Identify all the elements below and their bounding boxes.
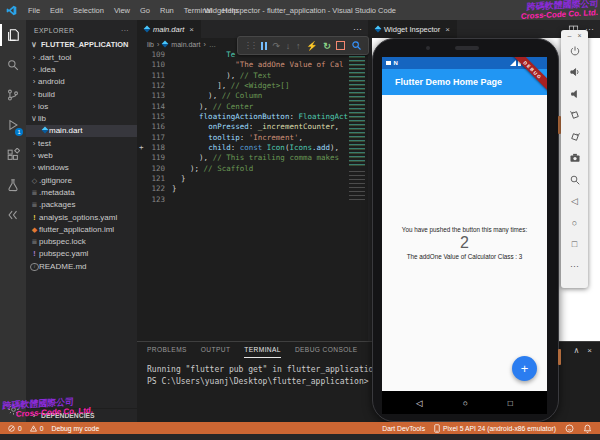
tree-item-pubspec-yaml[interactable]: !pubspec.yaml [26,248,137,260]
tree-item-ios[interactable]: ›ios [26,100,137,112]
errors-status[interactable]: 0 [8,425,22,432]
stop-icon[interactable] [336,41,345,50]
close-tab-icon[interactable]: × [445,25,450,34]
menu-selection[interactable]: Selection [68,4,109,17]
code-editor[interactable]: 109 Te110 "The addOne Value of Cal111 ),… [137,50,368,341]
maximize-panel-icon[interactable]: ∧ [573,346,579,355]
menu-file[interactable]: File [23,4,45,17]
code-line-123[interactable]: 123 [137,195,368,205]
code-line-110[interactable]: 110 "The addOne Value of Cal [137,60,368,70]
code-line-118[interactable]: 118+ child: const Icon(Icons.add), [137,143,368,153]
tree-item-analysis-options-yaml[interactable]: !analysis_options.yaml [26,211,137,223]
explorer-more-icon[interactable]: ··· [121,27,129,34]
tab-widget-inspector[interactable]: Widget Inspector × [368,20,458,38]
code-line-111[interactable]: 111 ), // Text [137,71,368,81]
menu-edit[interactable]: Edit [45,4,68,17]
notifications-bell-icon[interactable] [583,424,592,433]
test-flask-icon[interactable] [0,170,26,200]
code-line-113[interactable]: 113 ), // Column [137,91,368,101]
tree-item--metadata[interactable]: ≣.metadata [26,186,137,198]
explorer-icon[interactable] [0,20,26,50]
panel-tab-problems[interactable]: PROBLEMS [147,346,187,358]
panel-tab-output[interactable]: OUTPUT [201,346,231,358]
dart-devtools-button[interactable]: Dart DevTools [382,425,425,432]
debug-status-label[interactable]: Debug my code [52,425,100,432]
step-over-icon[interactable]: ↷ [273,41,281,51]
code-line-121[interactable]: 121 } [137,174,368,184]
emu-more-icon[interactable]: ··· [564,255,586,277]
widget-inspector-icon[interactable] [351,40,362,51]
close-panel-icon[interactable]: × [587,346,592,355]
run-debug-icon[interactable]: 1 [0,110,26,140]
search-icon[interactable] [0,50,26,80]
menu-terminal[interactable]: Terminal [179,4,217,17]
code-line-120[interactable]: 120 ); // Scaffold [137,164,368,174]
tree-item-build[interactable]: ›build [26,88,137,100]
tree-item-pubspec-lock[interactable]: ≣pubspec.lock [26,235,137,247]
code-lines: 109 Te110 "The addOne Value of Cal111 ),… [137,50,368,205]
volume-up-icon[interactable] [564,62,586,84]
panel-tab-terminal[interactable]: TERMINAL [244,346,281,358]
flutter-outline-icon[interactable] [0,200,26,230]
minimize-icon[interactable]: – [568,32,572,39]
minimap[interactable] [349,52,365,202]
volume-down-icon[interactable] [564,83,586,105]
tree-item-flutter-application-iml[interactable]: ◆flutter_application.iml [26,223,137,235]
settings-gear-icon[interactable] [0,403,26,416]
warnings-status[interactable]: 0 [30,425,44,432]
code-line-115[interactable]: 115 floatingActionButton: FloatingAct [137,112,368,122]
code-line-112[interactable]: 112 ], // <Widget>[] [137,81,368,91]
project-root-folder[interactable]: ∨ FLUTTER_APPLICATION [26,38,137,51]
editor-more-actions-icon[interactable]: ··· [353,24,362,34]
menu-run[interactable]: Run [155,4,179,17]
file-icon: ! [30,249,39,258]
dependencies-section[interactable]: › DEPENDENCIES [26,408,137,422]
code-line-122[interactable]: 122} [137,184,368,194]
emu-back-icon[interactable]: ◁ [564,191,586,213]
tree-item--dart-tool[interactable]: ›.dart_tool [26,51,137,63]
tree-item-android[interactable]: ›android [26,76,137,88]
menu-view[interactable]: View [109,4,135,17]
extensions-icon[interactable] [0,140,26,170]
code-line-117[interactable]: 117 tooltip: 'Increment', [137,133,368,143]
menu-go[interactable]: Go [135,4,155,17]
screenshot-camera-icon[interactable] [564,148,586,170]
restart-icon[interactable]: ↻ [323,41,331,51]
tree-item-main-dart[interactable]: main.dart [26,125,137,137]
step-out-icon[interactable]: ↑ [296,41,301,51]
tab-main-dart[interactable]: main.dart × [137,20,202,38]
tree-item--idea[interactable]: ›.idea [26,63,137,75]
tree-item-readme-md[interactable]: iREADME.md [26,260,137,272]
fab-increment-button[interactable]: + [512,356,537,381]
power-icon[interactable] [564,40,586,62]
close-tab-icon[interactable]: × [189,25,194,34]
nav-recents-button[interactable]: □ [508,398,513,408]
code-line-116[interactable]: 116 onPressed: _incrementCounter, [137,122,368,132]
step-into-icon[interactable]: ↓ [286,41,291,51]
code-line-114[interactable]: 114 ), // Center [137,102,368,112]
nav-back-button[interactable]: ◁ [416,398,423,408]
device-selector[interactable]: Pixel 5 API 24 (android-x86 emulator) [434,424,556,433]
nav-home-button[interactable]: ○ [463,398,468,408]
code-line-119[interactable]: 119 ), // This trailing comma makes [137,153,368,163]
panel-tab-debug-console[interactable]: DEBUG CONSOLE [295,346,358,358]
feedback-smiley-icon[interactable] [565,424,574,433]
drag-handle-icon[interactable]: ⋮⋮ [244,41,256,50]
tree-item-lib[interactable]: ∨lib [26,112,137,124]
tree-item-test[interactable]: ›test [26,137,137,149]
rotate-right-icon[interactable] [564,126,586,148]
tree-item-windows[interactable]: ›windows [26,162,137,174]
source-control-icon[interactable] [0,80,26,110]
close-icon[interactable]: × [577,32,581,39]
explorer-sidebar: EXPLORER ··· ∨ FLUTTER_APPLICATION ›.dar… [26,20,137,422]
tree-item--packages[interactable]: ≣.packages [26,199,137,211]
tree-item--gitignore[interactable]: ◇.gitignore [26,174,137,186]
emu-overview-icon[interactable]: □ [564,234,586,256]
tree-item-web[interactable]: ›web [26,149,137,161]
menu-help[interactable]: Help [217,4,242,17]
hot-reload-icon[interactable]: ⚡ [306,41,317,51]
rotate-left-icon[interactable] [564,105,586,127]
emu-home-icon[interactable]: ○ [564,212,586,234]
zoom-icon[interactable] [564,169,586,191]
pause-icon[interactable] [261,42,267,50]
